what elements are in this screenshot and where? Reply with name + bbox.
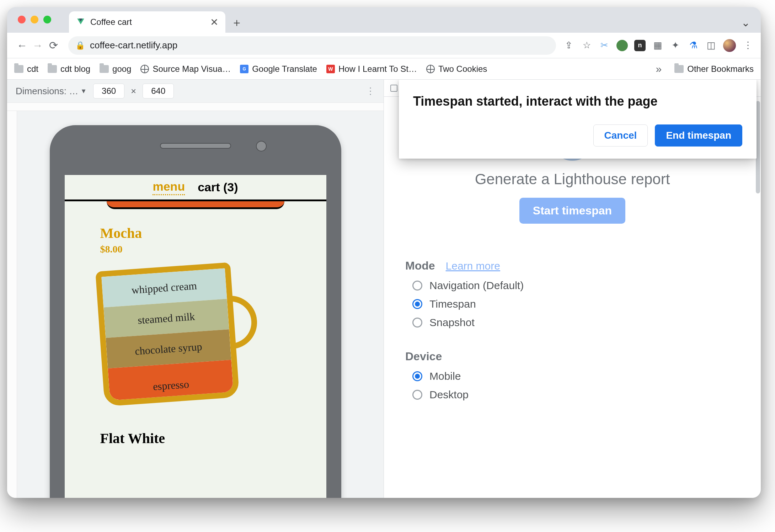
chrome-menu-icon[interactable]: ⋮ bbox=[742, 40, 754, 51]
close-window-button[interactable] bbox=[18, 16, 26, 23]
bookmark-label: Two Cookies bbox=[438, 64, 487, 74]
dimension-separator: × bbox=[131, 86, 136, 97]
devtools-pane: Generate a Lighthouse report Start times… bbox=[384, 80, 761, 498]
profile-avatar[interactable] bbox=[723, 39, 736, 52]
phone-camera bbox=[256, 141, 267, 151]
horizontal-ruler bbox=[7, 102, 384, 111]
dimensions-dropdown[interactable]: Dimensions: … ▼ bbox=[16, 86, 87, 97]
mode-label: Navigation (Default) bbox=[429, 280, 524, 292]
mode-option-timespan[interactable]: Timespan bbox=[412, 298, 739, 310]
browser-tab[interactable]: Coffee cart ✕ bbox=[69, 11, 225, 33]
nav-menu-link[interactable]: menu bbox=[153, 180, 185, 195]
timespan-modal: Timespan started, interact with the page… bbox=[399, 80, 757, 159]
nav-cart-link[interactable]: cart (3) bbox=[198, 180, 238, 194]
dimensions-label: Dimensions: … bbox=[16, 86, 78, 97]
folder-icon bbox=[48, 65, 57, 73]
close-tab-icon[interactable]: ✕ bbox=[210, 16, 218, 28]
chevron-down-icon: ▼ bbox=[80, 87, 87, 95]
mug-body: whipped cream steamed milk chocolate syr… bbox=[95, 262, 240, 406]
device-option-desktop[interactable]: Desktop bbox=[412, 389, 739, 401]
bookmarks-overflow-icon[interactable]: » bbox=[652, 63, 666, 75]
mode-option-snapshot[interactable]: Snapshot bbox=[412, 316, 739, 329]
bookmark-folder-cdt-blog[interactable]: cdt blog bbox=[48, 64, 90, 74]
tabs-dropdown-icon[interactable]: ⌄ bbox=[741, 16, 750, 29]
bookmark-label: goog bbox=[112, 64, 131, 74]
new-tab-button[interactable]: ＋ bbox=[230, 16, 244, 30]
bookmark-star-icon[interactable]: ☆ bbox=[581, 40, 592, 51]
phone-frame: menu cart (3) Mocha $8.00 whipped cream bbox=[50, 125, 341, 498]
other-bookmarks[interactable]: Other Bookmarks bbox=[674, 64, 754, 74]
mug-layer: espresso bbox=[108, 360, 234, 406]
inspect-icon[interactable] bbox=[390, 85, 397, 92]
forward-button[interactable]: → bbox=[30, 38, 46, 53]
device-height-input[interactable]: 640 bbox=[143, 84, 174, 99]
scissors-extension-icon[interactable]: ✂︎ bbox=[599, 40, 610, 51]
device-option-mobile[interactable]: Mobile bbox=[412, 370, 739, 382]
phone-screen[interactable]: menu cart (3) Mocha $8.00 whipped cream bbox=[65, 175, 326, 498]
lock-icon: 🔒 bbox=[75, 41, 85, 50]
device-mode-more-icon[interactable]: ⋮ bbox=[366, 86, 375, 97]
labs-flask-icon[interactable]: ⚗︎ bbox=[688, 40, 699, 51]
mode-section: Mode Learn more Navigation (Default) Tim… bbox=[405, 259, 739, 329]
bookmark-label: How I Learnt To St… bbox=[338, 64, 417, 74]
device-mode-pane: Dimensions: … ▼ 360 × 640 ⋮ menu ca bbox=[7, 80, 384, 498]
toolbar-actions: ⇪ ☆ ✂︎ n ▦ ✦ ⚗︎ ◫ ⋮ bbox=[563, 39, 754, 52]
tab-strip: Coffee cart ✕ ＋ ⌄ bbox=[7, 7, 761, 33]
bookmark-label: cdt bbox=[27, 64, 38, 74]
product-name: Mocha bbox=[100, 225, 291, 241]
tab-title: Coffee cart bbox=[90, 17, 132, 27]
radio-checked-icon bbox=[412, 299, 422, 309]
back-button[interactable]: ← bbox=[14, 38, 30, 53]
maximize-window-button[interactable] bbox=[43, 16, 51, 23]
bookmark-folder-goog[interactable]: goog bbox=[100, 64, 131, 74]
coffee-mug-illustration[interactable]: whipped cream steamed milk chocolate syr… bbox=[95, 260, 272, 418]
folder-icon bbox=[14, 65, 23, 73]
device-width-input[interactable]: 360 bbox=[93, 84, 124, 99]
globe-icon bbox=[426, 65, 435, 73]
green-extension-icon[interactable] bbox=[616, 40, 628, 51]
browser-toolbar: ← → ⟳ 🔒 coffee-cart.netlify.app ⇪ ☆ ✂︎ n… bbox=[7, 33, 761, 58]
phone-speaker bbox=[160, 143, 231, 149]
gtranslate-icon: G bbox=[240, 65, 248, 73]
device-label-text: Desktop bbox=[429, 389, 469, 401]
device-mode-toolbar: Dimensions: … ▼ 360 × 640 ⋮ bbox=[7, 80, 384, 102]
app-accent-bar bbox=[107, 201, 284, 209]
side-panel-icon[interactable]: ◫ bbox=[705, 40, 717, 51]
product-price: $8.00 bbox=[100, 244, 291, 255]
cancel-button[interactable]: Cancel bbox=[593, 124, 648, 147]
app-nav: menu cart (3) bbox=[65, 175, 326, 201]
bookmark-google-translate[interactable]: GGoogle Translate bbox=[240, 64, 317, 74]
bookmark-label: Other Bookmarks bbox=[687, 64, 754, 74]
browser-window: Coffee cart ✕ ＋ ⌄ ← → ⟳ 🔒 coffee-cart.ne… bbox=[7, 7, 761, 498]
grid-extension-icon[interactable]: ▦ bbox=[652, 40, 663, 51]
window-controls bbox=[18, 16, 51, 23]
learn-more-link[interactable]: Learn more bbox=[446, 260, 500, 272]
bookmark-source-map[interactable]: Source Map Visua… bbox=[140, 64, 231, 74]
device-section: Device Mobile Desktop bbox=[405, 350, 739, 401]
bookmark-label: Source Map Visua… bbox=[153, 64, 231, 74]
folder-icon bbox=[100, 65, 109, 73]
bookmark-folder-cdt[interactable]: cdt bbox=[14, 64, 38, 74]
share-icon[interactable]: ⇪ bbox=[563, 40, 574, 51]
device-heading: Device bbox=[405, 350, 442, 363]
notion-extension-icon[interactable]: n bbox=[634, 40, 646, 51]
radio-checked-icon bbox=[412, 371, 422, 381]
bookmark-two-cookies[interactable]: Two Cookies bbox=[426, 64, 487, 74]
bookmark-label: Google Translate bbox=[252, 64, 317, 74]
minimize-window-button[interactable] bbox=[31, 16, 38, 23]
address-bar[interactable]: 🔒 coffee-cart.netlify.app bbox=[68, 36, 556, 55]
modal-actions: Cancel End timespan bbox=[413, 124, 742, 147]
mode-label: Timespan bbox=[429, 298, 476, 310]
mode-option-navigation[interactable]: Navigation (Default) bbox=[412, 280, 739, 292]
start-timespan-button[interactable]: Start timespan bbox=[519, 198, 625, 224]
extensions-puzzle-icon[interactable]: ✦ bbox=[670, 40, 681, 51]
end-timespan-button[interactable]: End timespan bbox=[655, 124, 742, 147]
bookmark-how-i-learnt[interactable]: WHow I Learnt To St… bbox=[326, 64, 417, 74]
reload-button[interactable]: ⟳ bbox=[46, 38, 61, 53]
lighthouse-title: Generate a Lighthouse report bbox=[475, 171, 670, 188]
device-label-text: Mobile bbox=[429, 370, 461, 382]
vertical-ruler bbox=[7, 111, 17, 498]
folder-icon bbox=[674, 65, 684, 73]
product-card: Mocha $8.00 whipped cream steamed milk c… bbox=[65, 209, 326, 447]
mode-label: Snapshot bbox=[429, 316, 475, 329]
